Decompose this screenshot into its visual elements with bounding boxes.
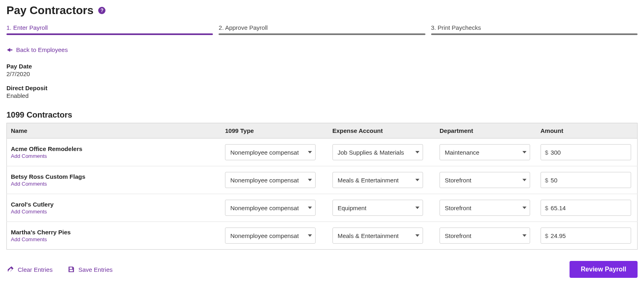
type-select[interactable]: Nonemployee compensat [225,228,316,244]
step-label: 2. Approve Payroll [219,24,425,31]
table-row: Martha's Cherry PiesAdd CommentsNonemplo… [7,222,638,250]
type-select[interactable]: Nonemployee compensat [225,200,316,216]
step-label: 3. Print Paychecks [431,24,638,31]
col-header-department: Department [436,123,537,139]
pay-date-label: Pay Date [6,63,638,70]
step-bar [431,33,638,35]
currency-prefix: $ [545,232,548,239]
chevron-down-icon [415,179,419,181]
step-bar [6,33,213,35]
amount-field[interactable]: $ [541,144,631,160]
type-select-value: Nonemployee compensat [230,205,299,211]
type-select-value: Nonemployee compensat [230,232,299,239]
currency-prefix: $ [545,205,548,211]
chevron-down-icon [308,151,312,153]
expense-account-select[interactable]: Equipment [332,200,423,216]
clear-entries-button[interactable]: Clear Entries [6,265,53,273]
amount-field[interactable]: $ [541,228,631,244]
contractor-name: Betsy Ross Custom Flags [11,173,217,180]
department-select-value: Maintenance [445,149,479,156]
back-to-employees-link[interactable]: Back to Employees [6,46,68,53]
chevron-down-icon [522,151,526,153]
currency-prefix: $ [545,149,548,156]
contractors-table: Name 1099 Type Expense Account Departmen… [6,123,638,250]
help-icon[interactable]: ? [98,7,105,14]
chevron-down-icon [522,207,526,209]
direct-deposit-label: Direct Deposit [6,85,638,91]
back-link-label: Back to Employees [16,46,68,53]
amount-input[interactable] [551,232,627,239]
chevron-down-icon [308,207,312,209]
chevron-down-icon [522,234,526,237]
amount-field[interactable]: $ [541,172,631,188]
col-header-name: Name [7,123,221,139]
expense-account-select-value: Meals & Entertainment [338,177,399,184]
col-header-amount: Amount [537,123,638,139]
department-select-value: Storefront [445,177,471,184]
step-bar [219,33,425,35]
expense-account-select[interactable]: Meals & Entertainment [332,228,423,244]
section-title: 1099 Contractors [6,110,638,120]
type-select-value: Nonemployee compensat [230,149,299,156]
expense-account-select[interactable]: Job Supplies & Materials [332,144,423,160]
save-entries-label: Save Entries [78,266,113,273]
type-select[interactable]: Nonemployee compensat [225,144,316,160]
clear-entries-label: Clear Entries [18,266,53,273]
step-approve-payroll[interactable]: 2. Approve Payroll [219,24,425,35]
department-select[interactable]: Maintenance [440,144,530,160]
add-comments-link[interactable]: Add Comments [11,181,47,187]
step-label: 1. Enter Payroll [6,24,213,31]
department-select[interactable]: Storefront [440,200,530,216]
pay-date-value: 2/7/2020 [6,70,638,77]
table-row: Betsy Ross Custom FlagsAdd CommentsNonem… [7,166,638,194]
direct-deposit-value: Enabled [6,92,638,99]
back-arrow-icon [6,47,13,53]
expense-account-select-value: Equipment [338,205,367,211]
add-comments-link[interactable]: Add Comments [11,153,47,159]
amount-field[interactable]: $ [541,200,631,216]
department-select[interactable]: Storefront [440,172,530,188]
contractor-name: Carol's Cutlery [11,201,217,208]
expense-account-select[interactable]: Meals & Entertainment [332,172,423,188]
review-payroll-button[interactable]: Review Payroll [570,261,638,278]
stepper: 1. Enter Payroll 2. Approve Payroll 3. P… [6,24,638,35]
amount-input[interactable] [551,149,627,156]
amount-input[interactable] [551,205,627,211]
eraser-icon [6,265,14,273]
department-select-value: Storefront [445,232,471,239]
step-print-paychecks[interactable]: 3. Print Paychecks [431,24,638,35]
expense-account-select-value: Job Supplies & Materials [338,149,404,156]
add-comments-link[interactable]: Add Comments [11,236,47,242]
save-icon [67,265,75,273]
contractor-name: Martha's Cherry Pies [11,229,217,236]
table-row: Acme Office RemodelersAdd CommentsNonemp… [7,139,638,166]
chevron-down-icon [415,234,419,237]
page-title: Pay Contractors [6,4,93,17]
chevron-down-icon [522,179,526,181]
table-row: Carol's CutleryAdd CommentsNonemployee c… [7,194,638,222]
chevron-down-icon [308,179,312,181]
chevron-down-icon [415,151,419,153]
currency-prefix: $ [545,177,548,184]
chevron-down-icon [415,207,419,209]
contractor-name: Acme Office Remodelers [11,145,217,152]
save-entries-button[interactable]: Save Entries [67,265,113,273]
department-select-value: Storefront [445,205,471,211]
chevron-down-icon [308,234,312,237]
department-select[interactable]: Storefront [440,228,530,244]
expense-account-select-value: Meals & Entertainment [338,232,399,239]
step-enter-payroll[interactable]: 1. Enter Payroll [6,24,213,35]
type-select[interactable]: Nonemployee compensat [225,172,316,188]
amount-input[interactable] [551,177,627,184]
add-comments-link[interactable]: Add Comments [11,209,47,215]
col-header-type: 1099 Type [221,123,328,139]
type-select-value: Nonemployee compensat [230,177,299,184]
col-header-expense: Expense Account [328,123,436,139]
